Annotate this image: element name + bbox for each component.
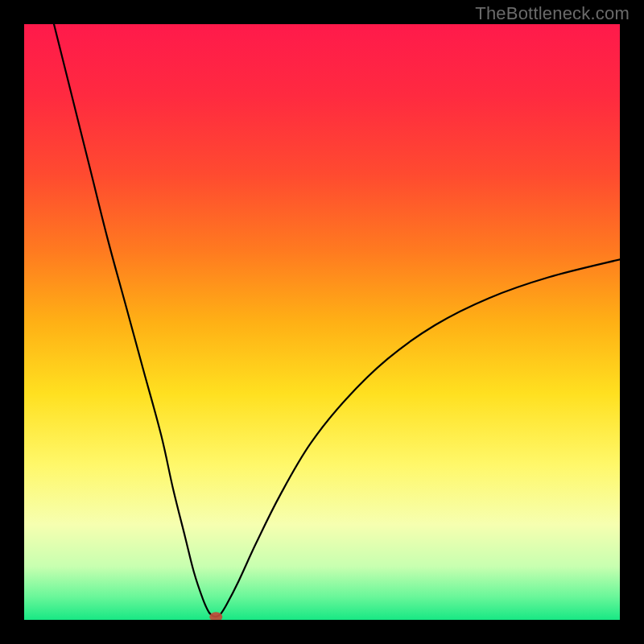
chart-container: TheBottleneck.com <box>0 0 644 644</box>
plot-area <box>24 24 620 620</box>
watermark-text: TheBottleneck.com <box>475 3 630 24</box>
chart-svg <box>24 24 620 620</box>
gradient-background <box>24 24 620 620</box>
